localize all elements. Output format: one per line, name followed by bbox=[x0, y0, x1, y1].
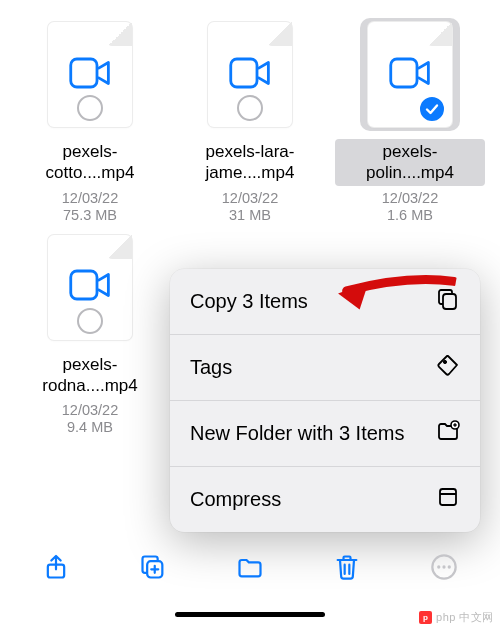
svg-point-5 bbox=[443, 360, 446, 363]
progress-ring-icon bbox=[77, 308, 103, 334]
delete-button[interactable] bbox=[323, 547, 371, 587]
file-item[interactable]: pexels-lara-jame....mp4 12/03/22 31 MB bbox=[174, 18, 326, 223]
video-icon bbox=[69, 57, 111, 93]
menu-label: Copy 3 Items bbox=[190, 289, 308, 314]
svg-point-13 bbox=[447, 565, 450, 568]
menu-label: Tags bbox=[190, 355, 232, 380]
more-button[interactable] bbox=[420, 547, 468, 587]
file-size: 1.6 MB bbox=[387, 207, 433, 223]
file-name: pexels-lara-jame....mp4 bbox=[175, 139, 325, 186]
bottom-toolbar bbox=[0, 541, 500, 593]
video-icon bbox=[389, 57, 431, 93]
file-name: pexels-polin....mp4 bbox=[335, 139, 485, 186]
file-name: pexels-rodna....mp4 bbox=[15, 352, 165, 399]
menu-label: Compress bbox=[190, 487, 281, 512]
move-button[interactable] bbox=[226, 547, 274, 587]
video-icon bbox=[69, 269, 111, 305]
svg-rect-7 bbox=[440, 489, 456, 505]
svg-rect-3 bbox=[71, 271, 97, 299]
menu-tags[interactable]: Tags bbox=[170, 334, 480, 400]
file-item[interactable]: pexels-cotto....mp4 12/03/22 75.3 MB bbox=[14, 18, 166, 223]
file-date: 12/03/22 bbox=[222, 190, 278, 206]
file-thumbnail bbox=[208, 22, 292, 127]
compress-icon bbox=[436, 485, 460, 514]
home-indicator[interactable] bbox=[175, 612, 325, 617]
file-size: 75.3 MB bbox=[63, 207, 117, 223]
file-item[interactable]: pexels-polin....mp4 12/03/22 1.6 MB bbox=[334, 18, 486, 223]
tag-icon bbox=[436, 353, 460, 382]
menu-compress[interactable]: Compress bbox=[170, 466, 480, 532]
svg-rect-0 bbox=[71, 59, 97, 87]
file-thumbnail bbox=[48, 22, 132, 127]
menu-label: New Folder with 3 Items bbox=[190, 421, 405, 446]
file-size: 31 MB bbox=[229, 207, 271, 223]
menu-new-folder[interactable]: New Folder with 3 Items bbox=[170, 400, 480, 466]
progress-ring-icon bbox=[237, 95, 263, 121]
svg-rect-1 bbox=[231, 59, 257, 87]
duplicate-button[interactable] bbox=[129, 547, 177, 587]
file-size: 9.4 MB bbox=[67, 419, 113, 435]
checkmark-icon bbox=[418, 95, 446, 123]
watermark: pphp 中文网 bbox=[419, 610, 494, 625]
file-thumbnail bbox=[48, 235, 132, 340]
file-date: 12/03/22 bbox=[382, 190, 438, 206]
video-icon bbox=[229, 57, 271, 93]
new-folder-icon bbox=[436, 419, 460, 448]
file-date: 12/03/22 bbox=[62, 190, 118, 206]
file-date: 12/03/22 bbox=[62, 402, 118, 418]
file-name: pexels-cotto....mp4 bbox=[15, 139, 165, 186]
share-button[interactable] bbox=[32, 547, 80, 587]
file-thumbnail bbox=[368, 22, 452, 127]
file-item[interactable]: pexels-rodna....mp4 12/03/22 9.4 MB bbox=[14, 231, 166, 436]
svg-rect-2 bbox=[391, 59, 417, 87]
svg-point-12 bbox=[442, 565, 445, 568]
progress-ring-icon bbox=[77, 95, 103, 121]
svg-point-11 bbox=[437, 565, 440, 568]
